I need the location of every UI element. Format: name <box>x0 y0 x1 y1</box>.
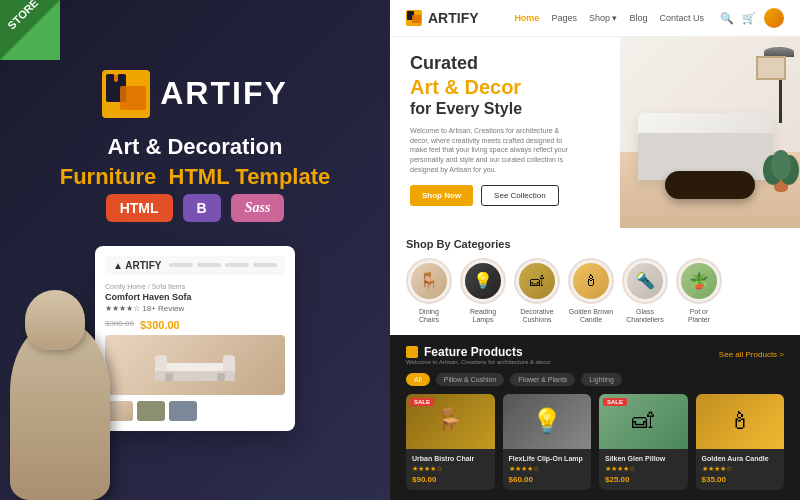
right-panel: ARTIFY Home Pages Shop ▾ Blog Contact Us… <box>390 0 800 500</box>
product-info-pillow: Silken Glen Pillow ★★★★☆ $25.00 <box>599 449 688 490</box>
plant-pot <box>774 180 788 192</box>
preview-thumb <box>169 401 197 421</box>
svg-rect-10 <box>217 373 225 381</box>
cart-icon[interactable]: 🛒 <box>742 12 756 25</box>
filter-tabs: All Pillow & Cushion Flower & Plants Lig… <box>406 373 784 386</box>
cushion-icon: 🛋 <box>519 263 555 299</box>
category-label-chandelier: GlassChandeliers <box>626 308 663 325</box>
see-all-link[interactable]: See all Products > <box>719 350 784 359</box>
product-stars-lamp: ★★★★☆ <box>509 465 586 473</box>
user-avatar[interactable] <box>764 8 784 28</box>
lamp-product-icon: 💡 <box>503 394 592 449</box>
product-stars-chair: ★★★★☆ <box>412 465 489 473</box>
product-name-candle: Golden Aura Candle <box>702 455 779 463</box>
hero-image <box>620 37 800 228</box>
filter-tab-all[interactable]: All <box>406 373 430 386</box>
nav-link-home[interactable]: Home <box>514 13 539 23</box>
product-card-candle[interactable]: 🕯 Golden Aura Candle ★★★★☆ $35.00 <box>696 394 785 490</box>
category-item[interactable]: 🪴 Pot orPlanter <box>676 258 722 325</box>
category-item[interactable]: 🪑 DiningChairs <box>406 258 452 325</box>
hero-content: Curated Art & Decor for Every Style Welc… <box>390 37 620 228</box>
categories-grid: 🪑 DiningChairs 💡 ReadingLamps 🛋 Decorati… <box>406 258 784 325</box>
preview-product-price: ★★★★☆ 18+ Review <box>105 304 285 313</box>
preview-nav-dot <box>169 263 193 267</box>
category-circle-plant: 🪴 <box>676 258 722 304</box>
nav-link-pages[interactable]: Pages <box>551 13 577 23</box>
svg-rect-6 <box>155 355 167 373</box>
product-badge-chair: SALE <box>410 398 434 406</box>
preview-sofa-image <box>105 335 285 395</box>
product-name-lamp: FlexLife Clip-On Lamp <box>509 455 586 463</box>
category-circle-cushion: 🛋 <box>514 258 560 304</box>
hero-description: Welcome to Artisan, Creations for archit… <box>410 126 570 175</box>
statue-figure <box>10 300 130 500</box>
nav-link-blog[interactable]: Blog <box>629 13 647 23</box>
nav-links: Home Pages Shop ▾ Blog Contact Us <box>514 13 704 23</box>
category-circle-lamp: 💡 <box>460 258 506 304</box>
product-card-lamp[interactable]: 💡 FlexLife Clip-On Lamp ★★★★☆ $60.00 <box>503 394 592 490</box>
room-table <box>665 171 755 200</box>
see-collection-button[interactable]: See Collection <box>481 185 559 206</box>
left-panel: STORE ARTIFY Art & Decoration Furniture … <box>0 0 390 500</box>
logo-text: ARTIFY <box>160 75 288 112</box>
preview-price-row: $380.00 $300.00 <box>105 319 285 331</box>
category-label-candle: Golden BrownCandle <box>569 308 613 325</box>
product-image-pillow: SALE 🛋 <box>599 394 688 449</box>
preview-product-name: Comfort Haven Sofa <box>105 292 285 302</box>
hero-section: Curated Art & Decor for Every Style Welc… <box>390 37 800 228</box>
hero-title-2: Art & Decor <box>410 75 600 99</box>
category-item[interactable]: 🛋 DecorativeCushions <box>514 258 560 325</box>
search-icon[interactable]: 🔍 <box>720 12 734 25</box>
feature-description: Welcome to Artisan, Creations for archit… <box>406 359 551 365</box>
tagline-1: Art & Decoration <box>108 134 283 160</box>
product-info-lamp: FlexLife Clip-On Lamp ★★★★☆ $60.00 <box>503 449 592 490</box>
logo-area: ARTIFY <box>102 70 288 118</box>
feature-title-group: Feature Products Welcome to Artisan, Cre… <box>406 345 551 365</box>
filter-tab-lighting[interactable]: Lighting <box>581 373 622 386</box>
category-label-cushion: DecorativeCushions <box>520 308 553 325</box>
tech-badges: HTML B Sass <box>106 194 285 222</box>
category-item[interactable]: 🕯 Golden BrownCandle <box>568 258 614 325</box>
nav-link-contact[interactable]: Contact Us <box>659 13 704 23</box>
product-price-pillow: $25.00 <box>605 475 682 484</box>
statue-body <box>10 320 110 500</box>
preview-logo: ▲ ARTIFY <box>113 260 161 271</box>
artify-logo-icon <box>102 70 150 118</box>
hero-title-3: for Every Style <box>410 99 600 118</box>
product-card-chair[interactable]: SALE 🪑 Urban Bistro Chair ★★★★☆ $90.00 <box>406 394 495 490</box>
category-item[interactable]: 🔦 GlassChandeliers <box>622 258 668 325</box>
bootstrap-badge: B <box>183 194 221 222</box>
svg-rect-13 <box>412 15 421 23</box>
plant-leaves <box>771 150 791 180</box>
shop-now-button[interactable]: Shop Now <box>410 185 473 206</box>
feature-icon <box>406 346 418 358</box>
categories-title: Shop By Categories <box>406 238 784 250</box>
product-stars-candle: ★★★★☆ <box>702 465 779 473</box>
preview-nav-dot <box>197 263 221 267</box>
feature-title: Feature Products <box>424 345 523 359</box>
filter-tab-pillow[interactable]: Pillow & Cushion <box>436 373 505 386</box>
chair-icon: 🪑 <box>411 263 447 299</box>
candle-icon: 🕯 <box>573 263 609 299</box>
product-card-pillow[interactable]: SALE 🛋 Silken Glen Pillow ★★★★☆ $25.00 <box>599 394 688 490</box>
categories-section: Shop By Categories 🪑 DiningChairs 💡 Read… <box>390 228 800 335</box>
category-item[interactable]: 💡 ReadingLamps <box>460 258 506 325</box>
feature-title-row: Feature Products <box>406 345 551 359</box>
preview-thumbnails <box>105 401 285 421</box>
filter-tab-plants[interactable]: Flower & Plants <box>510 373 575 386</box>
svg-rect-9 <box>165 373 173 381</box>
nav-link-shop[interactable]: Shop ▾ <box>589 13 618 23</box>
room-plant <box>771 150 791 190</box>
html-badge: HTML <box>106 194 173 222</box>
candle-product-icon: 🕯 <box>696 394 785 449</box>
category-label-lamp: ReadingLamps <box>470 308 496 325</box>
category-label-chair: DiningChairs <box>419 308 439 325</box>
nav-logo-icon <box>406 10 422 26</box>
category-circle-chair: 🪑 <box>406 258 452 304</box>
preview-nav <box>169 263 277 267</box>
product-price-candle: $35.00 <box>702 475 779 484</box>
product-stars-pillow: ★★★★☆ <box>605 465 682 473</box>
preview-nav-dot <box>225 263 249 267</box>
preview-nav-dot <box>253 263 277 267</box>
category-circle-chandelier: 🔦 <box>622 258 668 304</box>
